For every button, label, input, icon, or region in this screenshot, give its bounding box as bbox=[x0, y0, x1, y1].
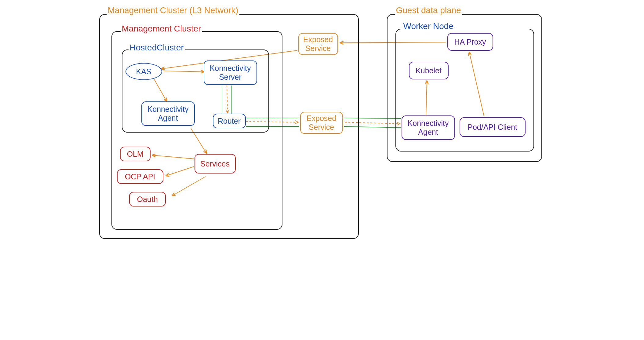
node-services: Services bbox=[195, 154, 236, 174]
node-exposed-service-top: Exposed Service bbox=[298, 33, 338, 55]
architecture-diagram: Management Cluster (L3 Network) Manageme… bbox=[93, 0, 551, 241]
label-worker-node: Worker Node bbox=[402, 21, 455, 31]
node-exposed-service-mid: Exposed Service bbox=[300, 112, 343, 134]
label-guest-data-plane: Guest data plane bbox=[395, 5, 462, 15]
node-ha-proxy: HA Proxy bbox=[447, 33, 493, 51]
node-olm: OLM bbox=[120, 147, 151, 161]
node-konnectivity-agent-guest: Konnectivity Agent bbox=[402, 115, 455, 140]
node-kubelet: Kubelet bbox=[409, 62, 449, 79]
label-mgmt-l3: Management Cluster (L3 Network) bbox=[107, 5, 240, 15]
node-konnectivity-server: Konnectivity Server bbox=[204, 60, 257, 85]
node-router: Router bbox=[213, 114, 246, 128]
node-pod-api-client: Pod/API Client bbox=[460, 117, 526, 137]
label-hosted-cluster: HostedCluster bbox=[129, 43, 185, 53]
node-oauth: Oauth bbox=[129, 192, 166, 207]
node-konnectivity-agent-mgmt: Konnectivity Agent bbox=[141, 101, 195, 126]
node-kas: KAS bbox=[126, 63, 162, 80]
label-mgmt-cluster: Management Cluster bbox=[121, 24, 202, 34]
node-ocp-api: OCP API bbox=[117, 169, 163, 184]
